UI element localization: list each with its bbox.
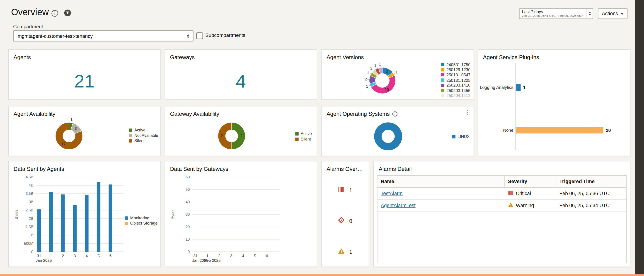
agent-versions-donut: 3110121111 [346,57,420,98]
svg-text:10: 10 [186,237,190,241]
legend-swatch [441,73,444,76]
overview-page: Overview Last 7 days Jan 30, 2025 05:41 … [0,0,644,276]
legend-swatch [441,89,444,92]
svg-text:2: 2 [365,77,367,81]
svg-text:30: 30 [186,212,190,216]
svg-text:0: 0 [31,250,33,254]
svg-text:20: 20 [606,128,611,133]
legend-label: Not Available [134,133,158,138]
svg-text:1: 1 [70,117,72,121]
svg-text:10: 10 [385,88,389,92]
severity-label: Critical [516,190,531,196]
svg-text:3: 3 [74,254,76,258]
legend-swatch [441,63,444,66]
legend-item: Monitoring [125,215,158,221]
svg-text:3: 3 [230,254,232,258]
legend-label: 240531.1750 [446,62,470,67]
warning-icon [338,248,345,256]
alarms-overview-card: Alarms Overview 1 0 1 [321,161,369,267]
legend-item: 250129.1230 [441,67,470,72]
breaching-count: 0 [349,218,352,224]
svg-text:4.5B: 4.5B [26,175,33,179]
data-sent-by-agents-legend: MonitoringObject Storage [125,215,158,226]
alarms-warning-row: 1 [322,248,369,256]
data-sent-by-gateways-card: Data Sent by Gateways 0102030405060Bytes… [165,161,317,267]
legend-swatch [441,78,444,82]
svg-text:2: 2 [218,254,220,258]
time-range-stepper[interactable] [586,8,592,18]
svg-text:17: 17 [62,142,66,146]
table-row: TestAlarmCriticalFeb 06, 25, 05:36 UTC [378,188,626,200]
triggered-time: Feb 06, 25, 05:36 UTC [556,190,626,196]
legend-label: Monitoring [130,216,150,220]
agent-service-plugins-chart: Logging Analytics1None20 [478,50,629,155]
legend-label: 250204.1412 [446,93,470,98]
triggered-time: Feb 06, 25, 05:34 UTC [556,202,626,208]
svg-text:20: 20 [186,225,190,229]
svg-text:5: 5 [98,254,100,258]
breaching-icon [338,217,345,225]
alarms-detail-card: Alarms Detail Name Severity Triggered Ti… [374,161,631,267]
actions-button[interactable]: Actions [598,8,628,19]
info-icon[interactable] [52,10,58,18]
legend-item: 250203.1410 [441,83,470,88]
svg-text:31: 31 [193,254,198,258]
svg-text:1: 1 [50,254,52,258]
svg-text:2: 2 [240,134,242,138]
legend-label: Object Storage [130,221,158,226]
agent-os-legend: LINUX [452,134,470,139]
legend-label: Active [301,132,312,136]
alarm-name-link[interactable]: TestAlarm [381,190,403,196]
gateways-count: 4 [165,71,317,92]
alarm-name-link[interactable]: AgentAlarmTest [381,202,416,208]
warning-icon [508,202,514,209]
legend-swatch [441,84,444,87]
svg-text:Bytes: Bytes [171,210,175,219]
legend-swatch [125,222,128,225]
svg-text:1: 1 [206,254,209,258]
legend-item: Object Storage [125,220,158,226]
svg-text:3: 3 [386,69,388,74]
agent-availability-card: Agent Availability 1317 ActiveNot Availa… [8,106,160,156]
agent-service-plugins-card: Agent Service Plug-ins Logging Analytics… [478,50,630,156]
svg-text:60: 60 [186,175,190,179]
actions-button-label: Actions [602,11,618,16]
window-edge [635,0,644,274]
alarms-table: Name Severity Triggered Time TestAlarmCr… [377,176,627,263]
alarms-breaching-row: 0 [322,217,369,225]
kebab-menu-icon[interactable]: ⋮ [464,110,470,115]
compartment-value: mgmtagent-customer-test-tenancy [14,33,183,39]
severity-label: Warning [516,202,534,208]
subcompartments-checkbox[interactable] [196,32,203,39]
time-range-label: Last 7 days [522,10,586,14]
card-title: Alarms Overview [326,166,364,172]
svg-text:None: None [503,128,513,132]
svg-text:2: 2 [221,134,223,138]
agent-versions-legend: 240531.1750250129.1230250131.0547250131.… [441,62,470,98]
alarms-table-body: TestAlarmCriticalFeb 06, 25, 05:36 UTCAg… [378,188,626,212]
svg-text:4B: 4B [29,183,33,187]
time-range-select[interactable]: Last 7 days Jan 30, 2025 05:41 UTC - Feb… [519,8,593,19]
svg-text:6: 6 [110,254,112,258]
compartment-select[interactable]: mgmtagent-customer-test-tenancy [13,30,194,42]
svg-text:Bytes: Bytes [14,210,18,219]
card-title: Gateways [170,54,195,60]
time-range-detail: Jan 30, 2025 05:41 UTC - Feb 06, 2025 05… [522,14,586,18]
legend-item: Silent [129,138,158,144]
svg-text:1: 1 [379,62,381,66]
legend-item: 250203.1455 [441,88,470,93]
svg-text:1: 1 [370,66,372,70]
legend-label: 250203.1410 [446,83,470,88]
agent-os-donut [367,117,412,155]
warning-count: 1 [349,248,352,255]
legend-item: 250204.1412 [441,93,470,98]
legend-item: Silent [295,136,312,142]
svg-text:Feb 2025: Feb 2025 [204,258,221,263]
svg-text:3B: 3B [29,200,33,204]
filter-icon[interactable] [64,10,71,18]
agents-card: Agents 21 [8,50,160,100]
legend-swatch [441,94,444,98]
legend-label: 250203.1455 [446,88,470,93]
svg-text:500M: 500M [24,241,33,246]
table-row: AgentAlarmTestWarningFeb 06, 25, 05:34 U… [378,200,626,212]
